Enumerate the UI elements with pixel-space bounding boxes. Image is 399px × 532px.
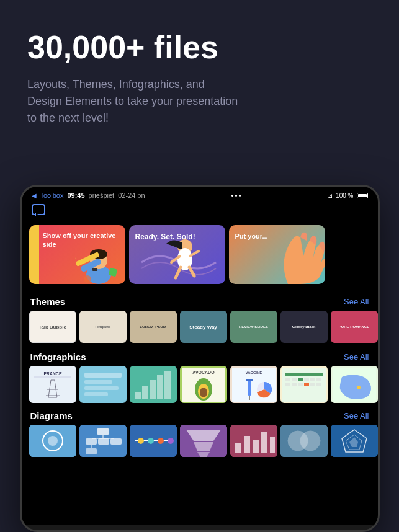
device-screen: ◀ Toolbox 09:45 priešpiet 02-24 pn ⊿ 100… [20,185,380,532]
theme-thumb-6[interactable]: Glossy Black [280,311,328,343]
svg-rect-27 [135,392,141,399]
svg-rect-83 [244,436,250,453]
back-label[interactable]: Toolbox [40,192,64,199]
theme-label-2: Template [95,325,111,329]
infographic-thumb-6[interactable] [280,366,328,403]
carousel-card-1[interactable]: Show off your creative side [29,225,125,284]
infographic-avocado-svg: AVOCADO [182,368,225,402]
svg-rect-54 [304,383,309,386]
svg-rect-68 [110,438,122,445]
infographics-title: Infographics [30,352,86,362]
back-arrow-icon: ◀ [32,192,37,199]
app-content: Show off your creative side [22,220,378,525]
svg-point-75 [158,438,164,444]
svg-line-11 [176,267,181,278]
status-right: ⊿ 100 % [328,192,367,199]
battery-icon [357,193,368,198]
diagrams-title: Diagrams [30,410,73,421]
infographic-thumb-5[interactable]: VACCINE [230,366,277,403]
infographic-france-svg: FRANCE [31,368,74,402]
diagram-thumb-4[interactable] [180,425,227,457]
theme-label-7: PURE ROMANCE [339,325,369,329]
battery-percent: 100 % [336,192,353,199]
svg-point-74 [148,438,154,444]
diagram-thumb-2[interactable] [79,425,127,457]
svg-rect-84 [253,440,259,453]
svg-rect-47 [298,378,303,381]
diagram-thumb-6[interactable] [280,425,328,457]
infographic-6-svg [282,368,326,402]
infographic-thumb-7[interactable] [331,366,378,403]
svg-rect-67 [98,438,109,445]
theme-label-4: Steady Way [189,324,217,330]
svg-rect-28 [142,386,148,399]
svg-point-58 [357,386,361,389]
svg-rect-29 [150,380,156,399]
status-dots [231,195,241,197]
infographic-thumb-3[interactable] [130,366,177,403]
svg-rect-40 [246,379,253,381]
svg-rect-55 [310,383,315,386]
infographic-thumb-2[interactable] [79,366,127,403]
diagram-5-svg [230,425,277,457]
card-3-illustration [276,225,325,284]
infographic-thumb-4[interactable]: AVOCADO [180,366,227,403]
themes-see-all[interactable]: See All [344,297,369,306]
svg-rect-45 [285,378,290,381]
svg-rect-82 [235,443,241,453]
status-bar: ◀ Toolbox 09:45 priešpiet 02-24 pn ⊿ 100… [22,187,378,202]
hero-section: 30,000+ files Layouts, Themes, Infograph… [0,0,399,146]
diagram-thumb-5[interactable] [230,425,277,457]
card-2-text: Ready. Set. Sold! [135,233,195,241]
theme-thumb-5[interactable]: REVIEW SLIDES [230,311,277,343]
svg-point-8 [84,275,91,283]
svg-point-36 [200,388,207,397]
svg-rect-24 [84,386,119,390]
card-3-text: Put your... [235,233,268,240]
svg-rect-53 [298,383,303,386]
svg-text:FRANCE: FRANCE [43,371,61,376]
svg-point-76 [168,438,174,444]
themes-title: Themes [30,296,66,307]
diagram-2-svg [79,425,127,457]
infographic-vaccine-svg: VACCINE [232,368,276,402]
svg-rect-6 [92,268,97,271]
infographic-7-svg [333,368,376,402]
diagram-thumb-1[interactable] [29,425,76,457]
diagram-7-svg [331,425,378,457]
themes-section-header: Themes See All [22,294,378,311]
theme-thumb-4[interactable]: Steady Way [180,311,227,343]
svg-marker-5 [75,255,76,262]
svg-point-61 [48,436,58,446]
infographics-see-all[interactable]: See All [344,352,369,361]
svg-point-89 [300,431,320,451]
svg-rect-52 [292,383,297,386]
diagrams-see-all[interactable]: See All [344,411,369,420]
diagrams-section-header: Diagrams See All [22,408,378,425]
wifi-icon: ⊿ [328,192,333,199]
theme-thumb-7[interactable]: PURE ROMANCE [331,311,378,343]
carousel-card-2[interactable]: Ready. Set. Sold! [129,225,225,284]
diagram-thumb-7[interactable] [331,425,378,457]
diagram-thumb-3[interactable] [130,425,177,457]
theme-thumb-3[interactable]: LOREM IPSUM [130,311,177,343]
svg-rect-63 [97,428,109,435]
diagram-3-svg [130,425,177,457]
infographics-section-header: Infographics See All [22,349,378,366]
svg-rect-66 [86,438,97,445]
svg-rect-30 [157,375,163,399]
theme-thumb-1[interactable]: Talk Bubble [29,311,76,343]
app-toolbar [22,202,378,220]
diagram-1-svg [29,425,76,457]
svg-rect-51 [285,383,290,386]
infographic-thumb-1[interactable]: FRANCE [29,366,76,403]
svg-rect-44 [285,373,323,376]
svg-rect-46 [292,378,297,381]
diagram-4-svg [180,425,227,457]
chat-icon[interactable] [32,204,45,215]
carousel-card-3[interactable]: Put your... [229,225,325,284]
theme-thumb-2[interactable]: Template [79,311,127,343]
status-time: 09:45 [67,192,84,199]
status-date: 02-24 pn [118,192,145,199]
diagram-6-svg [280,425,328,457]
